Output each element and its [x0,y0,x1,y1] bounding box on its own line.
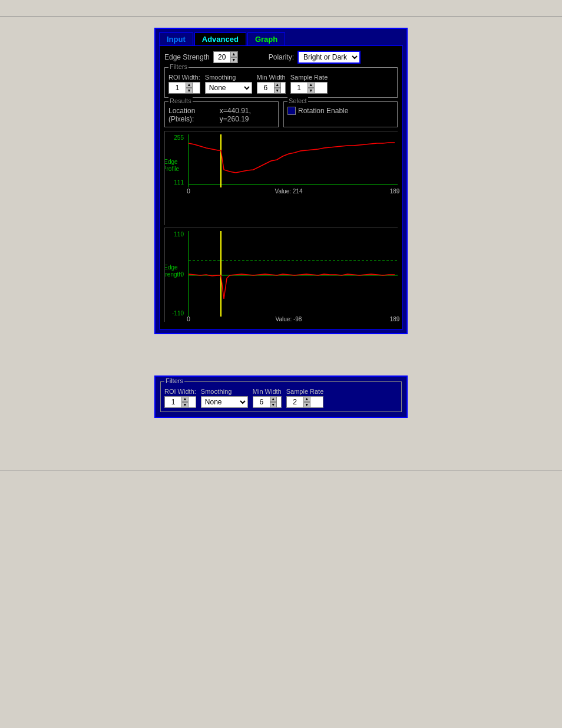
bottom-sample-rate-input[interactable]: 2 [287,397,303,407]
bottom-roi-width-label: ROI Width: [164,388,196,395]
svg-text:0: 0 [187,316,190,322]
min-width-up[interactable]: ▲ [274,82,281,88]
roi-width-spinner[interactable]: 1 ▲ ▼ [168,82,200,94]
svg-rect-0 [165,131,401,226]
rotation-enable-group: Rotation Enable [287,107,394,115]
location-value: x=440.91, y=260.19 [220,107,275,123]
bottom-min-width-down[interactable]: ▼ [270,402,277,408]
bottom-sample-rate-label: Sample Rate [286,388,324,395]
bottom-sample-rate-col: Sample Rate 2 ▲ ▼ [286,388,324,408]
bottom-divider [0,470,562,470]
filters-row: ROI Width: 1 ▲ ▼ Smoothing [168,74,394,94]
bottom-filters-box: Filters ROI Width: 1 ▲ ▼ Smoothing [160,381,402,412]
svg-text:189: 189 [390,316,400,322]
roi-width-down[interactable]: ▼ [186,88,193,94]
bottom-smoothing-label: Smoothing [201,388,248,395]
sample-rate-down[interactable]: ▼ [308,88,315,94]
smoothing-select[interactable]: None Low Medium High [205,82,252,94]
edge-strength-spinner[interactable]: 20 ▲ ▼ [213,51,238,63]
edge-strength-down[interactable]: ▼ [230,57,237,63]
svg-text:255: 255 [174,134,184,141]
bottom-smoothing-col: Smoothing None Low Medium High [201,388,248,408]
svg-text:0: 0 [187,188,190,195]
svg-text:Profile: Profile [165,166,180,172]
filters-section: Filters ROI Width: 1 ▲ ▼ [164,67,398,98]
bottom-roi-width-input[interactable]: 1 [165,397,181,407]
bottom-panel: Filters ROI Width: 1 ▲ ▼ Smoothing [154,375,408,418]
bottom-roi-width-buttons: ▲ ▼ [181,396,189,408]
svg-text:Edge: Edge [165,264,178,271]
smoothing-col: Smoothing None Low Medium High [205,74,252,94]
bottom-min-width-buttons: ▲ ▼ [270,396,277,408]
tab-advanced[interactable]: Advanced [194,32,246,45]
edge-strength-row: Edge Strength 20 ▲ ▼ Polarity: Bright or… [164,51,398,64]
bottom-min-width-input[interactable]: 6 [253,397,270,407]
svg-text:-110: -110 [172,310,184,317]
location-row: Location (Pixels): x=440.91, y=260.19 [168,107,275,123]
tab-graph[interactable]: Graph [247,32,285,45]
roi-width-up[interactable]: ▲ [186,82,193,88]
sample-rate-label: Sample Rate [290,74,328,81]
edge-profile-svg: 255 111 Edge Profile 0 Value: 214 189 [165,131,401,226]
bottom-roi-width-up[interactable]: ▲ [181,396,189,402]
results-select-row: Results Location (Pixels): x=440.91, y=2… [164,101,398,127]
location-label: Location (Pixels): [168,107,216,123]
bottom-smoothing-select[interactable]: None Low Medium High [201,396,248,408]
polarity-select[interactable]: Bright or Dark Bright Dark [297,51,361,64]
edge-profile-graph: 255 111 Edge Profile 0 Value: 214 189 [164,131,398,225]
tab-input[interactable]: Input [159,32,193,45]
min-width-col: Min Width 6 ▲ ▼ [257,74,286,94]
results-box: Results Location (Pixels): x=440.91, y=2… [164,101,279,127]
bottom-roi-width-col: ROI Width: 1 ▲ ▼ [164,388,196,408]
top-divider [0,17,562,17]
sample-rate-input[interactable]: 1 [291,83,308,93]
edge-strength-label: Edge Strength [164,53,210,61]
bottom-min-width-up[interactable]: ▲ [270,396,277,402]
sample-rate-up[interactable]: ▲ [308,82,315,88]
rotation-enable-checkbox[interactable] [287,107,296,115]
bottom-min-width-label: Min Width [253,388,282,395]
roi-width-col: ROI Width: 1 ▲ ▼ [168,74,200,94]
select-box: Select Rotation Enable [283,101,398,127]
bottom-filters-row: ROI Width: 1 ▲ ▼ Smoothing None Low [164,388,398,408]
svg-text:Value: 214: Value: 214 [275,188,303,195]
page-wrapper: Input Advanced Graph Edge Strength 20 ▲ … [0,0,562,728]
min-width-buttons: ▲ ▼ [274,82,281,94]
min-width-spinner[interactable]: 6 ▲ ▼ [257,82,286,94]
edge-strength-svg: 110 0 -110 Edge Strength 0 [165,228,401,322]
roi-width-label: ROI Width: [168,74,200,81]
bottom-roi-width-down[interactable]: ▼ [181,402,189,408]
edge-strength-up[interactable]: ▲ [230,51,237,57]
results-title: Results [168,97,193,104]
svg-text:111: 111 [174,179,184,186]
min-width-label: Min Width [257,74,286,81]
filters-title: Filters [168,63,189,70]
polarity-label: Polarity: [269,53,294,61]
bottom-roi-width-spinner[interactable]: 1 ▲ ▼ [164,396,196,408]
roi-width-input[interactable]: 1 [169,83,186,93]
sample-rate-spinner[interactable]: 1 ▲ ▼ [290,82,328,94]
svg-text:Value: -98: Value: -98 [276,316,302,322]
roi-width-buttons: ▲ ▼ [186,82,193,94]
bottom-sample-rate-spinner[interactable]: 2 ▲ ▼ [286,396,324,408]
min-width-down[interactable]: ▼ [274,88,281,94]
svg-text:110: 110 [174,231,184,238]
edge-strength-input[interactable]: 20 [214,52,230,62]
svg-text:Strength: Strength [165,271,182,278]
bottom-sample-rate-down[interactable]: ▼ [303,402,310,408]
bottom-sample-rate-up[interactable]: ▲ [303,396,310,402]
edge-strength-graph: 110 0 -110 Edge Strength 0 [164,228,398,322]
svg-text:Edge: Edge [165,159,178,165]
smoothing-label: Smoothing [205,74,252,81]
bottom-min-width-spinner[interactable]: 6 ▲ ▼ [253,396,282,408]
rotation-enable-label: Rotation Enable [298,107,348,115]
sample-rate-col: Sample Rate 1 ▲ ▼ [290,74,328,94]
bottom-sample-rate-buttons: ▲ ▼ [303,396,310,408]
bottom-filters-title: Filters [164,377,184,384]
select-title: Select [287,97,308,104]
main-panel: Input Advanced Graph Edge Strength 20 ▲ … [154,28,408,334]
min-width-input[interactable]: 6 [257,83,274,93]
tab-bar: Input Advanced Graph [159,32,403,45]
edge-strength-buttons: ▲ ▼ [230,51,237,63]
content-area: Edge Strength 20 ▲ ▼ Polarity: Bright or… [159,45,403,330]
